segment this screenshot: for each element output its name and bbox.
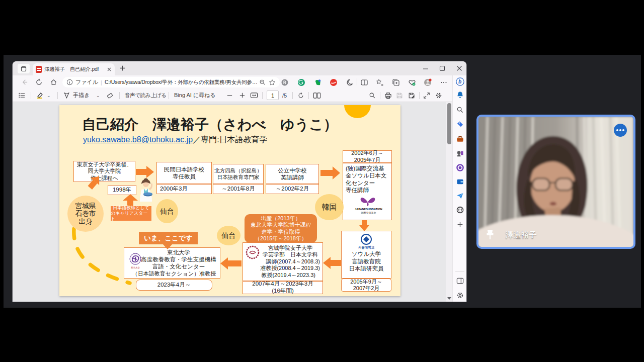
fit-page-icon[interactable] [250, 89, 258, 102]
tab-title: 澤邉裕子 自己紹介.pdf [44, 66, 104, 73]
collections-icon[interactable] [392, 78, 400, 86]
draw-label[interactable]: 手描き [73, 89, 90, 102]
highlighter-dropdown-icon[interactable]: ⌄ [47, 89, 51, 102]
zoom-out-button[interactable] [226, 89, 233, 102]
tohoku-univ-logo [128, 252, 142, 266]
scrollbar-down-icon[interactable] [447, 297, 451, 300]
window-close-button[interactable] [456, 65, 463, 72]
pen-icon[interactable] [63, 89, 70, 102]
drop-icon[interactable] [456, 192, 464, 200]
more-options-icon[interactable] [440, 78, 448, 86]
pdf-settings-icon[interactable] [435, 89, 442, 102]
ask-bing-label[interactable]: Bing AI に尋ねる [174, 89, 216, 102]
tools-briefcase-icon[interactable] [456, 135, 464, 143]
pill-divider: | [101, 79, 102, 85]
microsoft365-icon[interactable] [456, 163, 464, 172]
pdfbar-divider [419, 92, 420, 99]
node-seoul-date: 2005年9月～2007年2月 [341, 279, 391, 292]
pdfbar-divider [169, 92, 169, 99]
refresh-icon[interactable] [35, 78, 43, 86]
home-icon[interactable] [50, 78, 57, 86]
browser-tab[interactable]: 澤邉裕子 自己紹介.pdf [33, 63, 115, 75]
sidebar-settings-icon[interactable] [456, 291, 464, 300]
browser-essentials-icon[interactable] [408, 78, 416, 86]
extension-grammarly-icon[interactable] [297, 78, 305, 86]
save-as-icon[interactable] [408, 89, 415, 102]
toolbar-divider [357, 78, 357, 85]
bing-chat-icon[interactable]: b [456, 77, 464, 86]
address-bar: ファイル | C:/Users/ysawa/Dropbox/学外：外部からの依頼… [13, 75, 452, 89]
sidebar-add-icon[interactable] [456, 220, 464, 229]
highlighter-icon[interactable] [36, 89, 44, 102]
node-hoppo-date: ～2001年8月 [213, 184, 264, 194]
fullscreen-icon[interactable] [423, 89, 430, 102]
teacher-illustration [135, 177, 157, 204]
window-minimize-button[interactable] [422, 65, 429, 72]
screenshare-stage: 澤邉裕子 自己紹介.pdf ファイル | C:/Users/ysawa/Drop… [4, 55, 641, 308]
pdf-viewport: 自己紹介 澤邉裕子（さわべ ゆうこ） yuko.sawabe.b8@tohoku… [13, 102, 446, 302]
search-icon[interactable] [369, 89, 376, 102]
edge-browser-window: 澤邉裕子 自己紹介.pdf ファイル | C:/Users/ysawa/Drop… [13, 61, 466, 302]
save-icon[interactable] [396, 89, 403, 102]
extension-trendmicro-icon[interactable] [330, 78, 338, 86]
edge-sidebar: b [452, 75, 466, 302]
split-screen-icon[interactable] [360, 78, 368, 86]
workspaces-icon [21, 66, 27, 72]
page-view-icon[interactable] [313, 89, 321, 102]
new-tab-button[interactable] [119, 65, 126, 71]
sidebar-panel-icon[interactable] [456, 277, 464, 285]
extension-rakuten-icon[interactable] [281, 78, 289, 86]
extension-evernote-icon[interactable] [314, 78, 322, 86]
page-number-input[interactable]: 1 [267, 90, 279, 100]
games-icon[interactable] [456, 149, 464, 158]
node-birth-box: 出産（2013年）東北大学大学院博士課程進学・学位取得（2015年～2018年） [245, 214, 317, 243]
wallet-icon[interactable] [456, 177, 464, 186]
back-icon[interactable] [21, 78, 28, 86]
node-tokyo-date: 1998年 [108, 185, 136, 195]
sidebar-search-icon[interactable] [456, 106, 464, 114]
node-hoppo-box: 北方四島（択捉島）日本語教育専門家 [213, 164, 264, 184]
pdf-scrollbar[interactable] [446, 102, 452, 302]
node-seoul-box: 서울대학교 ソウル大学言語教育院日本語研究員 [341, 231, 391, 279]
career-start-box: 日本語教師としてのキャリアスタート [111, 206, 151, 221]
shopping-icon[interactable] [456, 120, 464, 129]
now-here-pointer [163, 244, 172, 249]
window-maximize-button[interactable] [439, 65, 446, 72]
scrollbar-thumb[interactable] [447, 103, 451, 144]
pin-icon [486, 229, 495, 240]
slide-page-1: 自己紹介 澤邉裕子（さわべ ゆうこ） yuko.sawabe.b8@tohoku… [59, 105, 400, 296]
favorites-menu-icon[interactable] [376, 78, 384, 86]
info-icon[interactable] [66, 79, 73, 85]
address-field[interactable]: ファイル | C:/Users/ysawa/Dropbox/学外：外部からの依頼… [62, 77, 280, 87]
participant-nametag: 澤邉裕子 [486, 229, 537, 240]
participant-video[interactable]: 澤邉裕子 [476, 115, 635, 249]
notifications-bell-icon[interactable] [456, 90, 464, 99]
tab-actions-button[interactable] [18, 64, 30, 73]
tab-close-icon[interactable] [107, 67, 112, 72]
print-icon[interactable] [384, 89, 392, 102]
eraser-icon[interactable] [106, 89, 114, 102]
pen-dropdown-icon[interactable]: ⌄ [96, 89, 100, 102]
read-aloud-label[interactable]: 音声で読み上げる [125, 89, 167, 102]
extension-moon-icon[interactable] [346, 78, 354, 86]
svg-text:b: b [458, 79, 461, 84]
now-here-box: いま、ここです [139, 232, 198, 244]
participant-name: 澤邉裕子 [506, 230, 537, 240]
rotate-icon[interactable] [297, 89, 304, 102]
favorite-star-icon[interactable] [269, 79, 276, 86]
pdfbar-divider [308, 92, 309, 99]
seoul-univ-logo [360, 233, 373, 245]
scheme-label: ファイル [75, 78, 98, 86]
node-jf-date: 2002年6月～2005年7月 [343, 150, 392, 163]
zoom-out-icon[interactable] [259, 79, 266, 86]
node-sendai2-ellipse: 仙台 [217, 226, 240, 245]
zoom-in-button[interactable] [239, 89, 246, 102]
web-capture-icon[interactable] [456, 206, 464, 214]
video-more-options-button[interactable] [614, 124, 627, 137]
pdfbar-divider [292, 92, 293, 99]
pdfbar-divider [380, 92, 380, 99]
tohoku-logo-caption: 東北大学 [129, 266, 141, 269]
toc-icon[interactable] [18, 89, 26, 102]
node-mgu-date: 2007年4月～2023年3月(16年間) [243, 281, 323, 294]
profile-avatar[interactable] [424, 78, 432, 86]
